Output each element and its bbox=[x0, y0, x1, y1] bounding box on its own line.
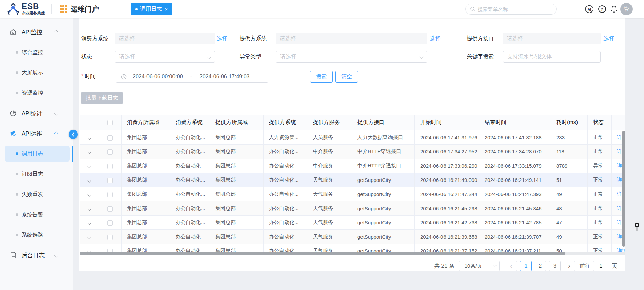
page-button-1[interactable]: 1 bbox=[520, 261, 532, 271]
column-header: 消费方所属域 bbox=[122, 115, 170, 130]
cell-start-time: 2024-06-06 16:21:42.738 bbox=[415, 216, 479, 230]
row-expand-icon[interactable] bbox=[87, 249, 91, 252]
sidebar-item-retry[interactable]: 失败重发 bbox=[0, 186, 73, 202]
cell-consumer-system: 办公自动化... bbox=[170, 145, 210, 159]
sidebar-item-backend-log[interactable]: 后台日志 bbox=[0, 247, 73, 263]
consumer-system-select[interactable]: 请选择 bbox=[115, 33, 215, 44]
consumer-system-choose-link[interactable]: 选择 bbox=[217, 33, 227, 44]
chevron-down-icon bbox=[420, 54, 423, 60]
portal-home[interactable]: 运维门户 bbox=[60, 0, 99, 18]
cell-provider-system: 办公自动化... bbox=[264, 230, 307, 244]
sidebar-item-call-log[interactable]: 调用日志 bbox=[5, 146, 70, 162]
row-checkbox[interactable] bbox=[107, 192, 113, 197]
detail-link[interactable]: 详情 bbox=[617, 248, 625, 252]
exception-type-select[interactable]: 请选择 bbox=[276, 51, 427, 63]
row-checkbox[interactable] bbox=[107, 206, 113, 212]
sidebar-item-big-screen[interactable]: 大屏展示 bbox=[0, 65, 73, 81]
keyword-search-input[interactable] bbox=[503, 51, 601, 63]
menu-search-input[interactable] bbox=[478, 6, 552, 12]
cell-duration: 49 bbox=[551, 187, 588, 201]
row-checkbox[interactable] bbox=[107, 235, 113, 240]
sidebar-item-api-stats[interactable]: API统计 bbox=[0, 105, 73, 121]
column-header: 开始时间 bbox=[415, 115, 479, 130]
goto-page-input[interactable] bbox=[593, 261, 609, 271]
table-row[interactable]: 集团总部 办公自动化... 集团总部 办公自动化... 天气服务 getSupp… bbox=[80, 201, 626, 216]
prev-page-button[interactable]: ‹ bbox=[506, 261, 517, 271]
row-expand-icon[interactable] bbox=[87, 207, 91, 211]
horizontal-scrollbar[interactable] bbox=[80, 252, 625, 255]
table-row[interactable]: 集团总部 办公自动化... 集团总部 办公自动化... 天气服务 getSupp… bbox=[80, 216, 626, 230]
vertical-scrollbar-thumb[interactable] bbox=[622, 131, 625, 247]
time-range-picker[interactable]: 2024-06-06 00:00:00 - 2024-06-06 17:49:0… bbox=[116, 71, 268, 83]
provider-system-label: 提供方系统 bbox=[240, 33, 267, 44]
sidebar-collapse-button[interactable] bbox=[69, 130, 78, 139]
column-header: 耗时(ms) bbox=[551, 115, 588, 130]
cell-start-time: 2024-06-06 16:21:47.344 bbox=[415, 187, 479, 201]
row-expand-icon[interactable] bbox=[87, 235, 91, 239]
cell-start-time: 2024-06-06 17:41:31.976 bbox=[415, 130, 479, 145]
row-checkbox[interactable] bbox=[107, 178, 113, 183]
page-button-2[interactable]: 2 bbox=[535, 261, 546, 271]
sidebar-item-system-chain[interactable]: 系统链路 bbox=[0, 227, 73, 243]
cell-consumer-domain: 集团总部 bbox=[122, 230, 170, 244]
sidebar-item-api-monitor[interactable]: API监控 bbox=[0, 24, 73, 40]
page-button-3[interactable]: 3 bbox=[549, 261, 561, 271]
help-icon[interactable]: ? bbox=[598, 5, 607, 14]
tab-call-log[interactable]: 调用日志 × bbox=[131, 3, 172, 15]
cell-start-time: 2024-06-06 16:21:49.090 bbox=[415, 173, 479, 187]
tab-close-icon[interactable]: × bbox=[165, 6, 168, 12]
provider-system-choose-link[interactable]: 选择 bbox=[430, 33, 441, 44]
cell-duration: 47 bbox=[551, 216, 588, 230]
row-expand-icon[interactable] bbox=[87, 178, 91, 182]
sidebar-item-subscribe-log[interactable]: 订阅日志 bbox=[0, 166, 73, 182]
row-expand-icon[interactable] bbox=[87, 136, 91, 140]
row-expand-icon[interactable] bbox=[87, 221, 91, 225]
row-checkbox[interactable] bbox=[107, 249, 113, 252]
ai-assistant-icon[interactable]: AI bbox=[585, 5, 594, 14]
select-all-checkbox[interactable] bbox=[107, 120, 113, 125]
status-select[interactable]: 请选择 bbox=[115, 51, 215, 63]
cell-consumer-domain: 集团总部 bbox=[122, 216, 170, 230]
next-page-button[interactable]: › bbox=[564, 261, 575, 271]
clear-button[interactable]: 清空 bbox=[335, 71, 358, 83]
cell-provider-interface: 人力大数据查询接口 bbox=[352, 130, 415, 145]
page-size-select[interactable]: 10条/页 bbox=[459, 261, 500, 271]
provider-interface-select[interactable]: 请选择 bbox=[503, 33, 601, 44]
table-row[interactable]: 集团总部 办公自动化... 集团总部 办公自动化... 中介服务 中介HTTP穿… bbox=[80, 145, 626, 159]
time-end-value: 2024-06-06 17:49:03 bbox=[199, 74, 250, 80]
sidebar-item-system-alarm[interactable]: 系统告警 bbox=[0, 207, 73, 223]
required-mark: * bbox=[81, 73, 83, 79]
row-expand-icon[interactable] bbox=[87, 164, 91, 168]
provider-system-select[interactable]: 请选择 bbox=[276, 33, 427, 44]
row-checkbox[interactable] bbox=[107, 220, 113, 226]
app-header: ESB 企业服务总线 运维门户 调用日志 × AI bbox=[0, 0, 644, 18]
row-checkbox[interactable] bbox=[107, 164, 113, 169]
row-checkbox[interactable] bbox=[107, 135, 113, 141]
header-divider bbox=[51, 4, 52, 14]
table-row[interactable]: 集团总部 办公自动化... 集团总部 办公自动化... 中介服务 中介HTTP穿… bbox=[80, 159, 626, 173]
time-start-value: 2024-06-06 00:00:00 bbox=[133, 74, 183, 80]
notification-bell-icon[interactable] bbox=[610, 5, 618, 14]
cell-provider-system: 办公自动化... bbox=[264, 173, 307, 187]
row-expand-icon[interactable] bbox=[87, 150, 91, 154]
table-row[interactable]: 集团总部 办公自动化... 集团总部 人力资源管... 人员服务 人力大数据查询… bbox=[80, 130, 626, 145]
table-body: 集团总部 办公自动化... 集团总部 人力资源管... 人员服务 人力大数据查询… bbox=[80, 130, 626, 252]
cell-provider-interface: getSupportCity bbox=[352, 230, 415, 244]
search-button[interactable]: 搜索 bbox=[310, 71, 333, 83]
user-avatar[interactable]: 管 bbox=[620, 3, 633, 15]
provider-interface-choose-link[interactable]: 选择 bbox=[603, 33, 614, 44]
table-row[interactable]: 集团总部 办公自动化... 集团总部 办公自动化... 天气服务 getSupp… bbox=[80, 244, 626, 252]
table-row[interactable]: 集团总部 办公自动化... 集团总部 办公自动化... 天气服务 getSupp… bbox=[80, 187, 626, 201]
batch-download-button[interactable]: 批量下载日志 bbox=[81, 92, 123, 104]
horizontal-scrollbar-thumb[interactable] bbox=[80, 252, 565, 255]
row-expand-icon[interactable] bbox=[87, 193, 91, 196]
row-checkbox[interactable] bbox=[107, 149, 113, 155]
sidebar-item-api-ops[interactable]: API运维 bbox=[0, 125, 73, 142]
cell-provider-system: 办公自动化... bbox=[264, 201, 307, 216]
sidebar-item-resource-monitor[interactable]: 资源监控 bbox=[0, 85, 73, 101]
sidebar-item-overview[interactable]: 综合监控 bbox=[0, 44, 73, 61]
cell-provider-interface: getSupportCity bbox=[352, 216, 415, 230]
table-row[interactable]: 集团总部 办公自动化... 集团总部 办公自动化... 天气服务 getSupp… bbox=[80, 230, 626, 244]
table-row[interactable]: 集团总部 办公自动化... 集团总部 办公自动化... 天气服务 getSupp… bbox=[80, 173, 626, 187]
cell-end-time: 2024-06-06 17:34:28.070 bbox=[479, 145, 551, 159]
